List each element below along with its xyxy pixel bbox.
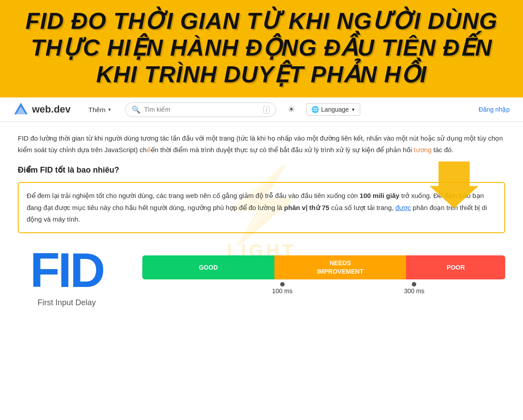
search-input[interactable] — [144, 106, 260, 113]
globe-icon: 🌐 — [311, 106, 319, 113]
scale-bar: GOOD NEEDSIMPROVEMENT POOR — [142, 255, 505, 279]
arrow-icon — [430, 159, 479, 208]
content-body: FID đo lường thời gian từ khi người dùng… — [18, 133, 505, 307]
banner-title: FID ĐO THỜI GIAN TỪ KHI NGƯỜI DÙNG THỰC … — [18, 8, 505, 88]
bottom-section: FID First Input Delay GOOD NEEDSIMPROVEM… — [18, 246, 505, 307]
theme-toggle[interactable]: ☀ — [285, 102, 298, 117]
language-label: Language — [321, 106, 349, 113]
scale-poor: POOR — [406, 255, 505, 279]
fid-big-text: FID — [30, 246, 103, 295]
scale-tick-100ms: 100 ms — [272, 282, 293, 295]
login-button[interactable]: Đăng nhập — [479, 106, 510, 113]
chevron-down-icon: ▼ — [107, 107, 112, 112]
scale-needs: NEEDSIMPROVEMENT — [274, 255, 406, 279]
search-slash: / — [263, 106, 270, 113]
search-bar[interactable]: 🔍 / — [125, 102, 276, 117]
tick-dot-100 — [280, 282, 285, 287]
scale-area: GOOD NEEDSIMPROVEMENT POOR 100 ms 300 ms — [142, 255, 505, 298]
scale-tick-300ms: 300 ms — [404, 282, 424, 295]
more-label: Thêm — [89, 106, 105, 113]
fid-subtitle: First Input Delay — [37, 298, 96, 307]
arrow-area — [430, 159, 479, 210]
logo-text: web.dev — [32, 104, 71, 115]
description-text: FID đo lường thời gian từ khi người dùng… — [18, 133, 505, 155]
language-selector[interactable]: 🌐 Language ▼ — [306, 103, 360, 116]
banner: FID ĐO THỜI GIAN TỪ KHI NGƯỜI DÙNG THỰC … — [0, 0, 523, 97]
scale-labels: 100 ms 300 ms — [142, 282, 505, 298]
navbar: web.dev Thêm ▼ 🔍 / ☀ 🌐 Language ▼ Đăng n… — [0, 97, 523, 122]
svg-marker-2 — [430, 162, 479, 208]
fid-area: FID First Input Delay — [18, 246, 116, 307]
more-menu[interactable]: Thêm ▼ — [84, 103, 116, 116]
scale-good: GOOD — [142, 255, 274, 279]
tick-label-300: 300 ms — [404, 287, 424, 295]
main-content: ⚡ LIGHT Nhanh – Chuẩn – Đẹp FID đo lường… — [0, 122, 523, 321]
webdev-logo-icon — [13, 102, 28, 117]
chevron-down-icon: ▼ — [351, 107, 355, 112]
search-icon: 🔍 — [132, 105, 141, 114]
tick-dot-300 — [412, 282, 416, 287]
tick-label-100: 100 ms — [272, 287, 293, 295]
logo-area: web.dev — [13, 102, 71, 117]
